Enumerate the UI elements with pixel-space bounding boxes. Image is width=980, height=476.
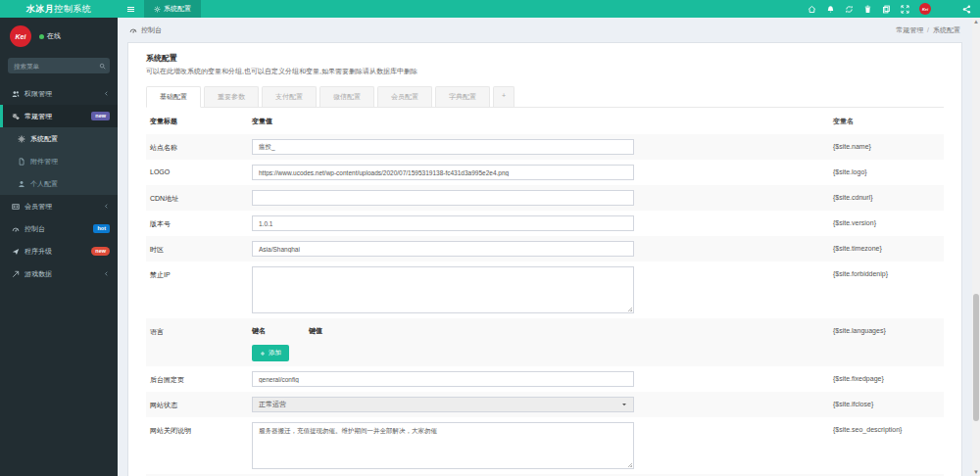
refresh-icon[interactable] bbox=[845, 5, 854, 14]
menu-toggle-icon[interactable] bbox=[126, 5, 135, 14]
cogs-icon bbox=[12, 113, 20, 120]
caret-down-icon bbox=[621, 402, 627, 407]
breadcrumb-home[interactable]: 控制台 bbox=[129, 25, 162, 35]
dashboard-icon bbox=[129, 26, 137, 34]
scroll-down-arrow[interactable]: ▼ bbox=[972, 468, 980, 476]
field-label: 站点名称 bbox=[146, 139, 252, 153]
scrollbar-thumb[interactable] bbox=[973, 294, 979, 421]
variable-name: {$site.cdnurl} bbox=[833, 190, 872, 201]
sidebar-item-console[interactable]: 控制台 hot bbox=[0, 217, 118, 240]
topbar-icons: Kei bbox=[803, 0, 976, 18]
main-content: 控制台 常规管理 / 系统配置 系统配置 可以在此增改系统的变量和分组,也可以自… bbox=[118, 18, 972, 476]
field-label: 禁止IP bbox=[146, 266, 252, 280]
table-row-version: 版本号 {$site.version} bbox=[146, 211, 944, 236]
input-version[interactable] bbox=[252, 215, 634, 231]
sidebar-item-attachment[interactable]: 附件管理 bbox=[0, 150, 118, 172]
variable-name: {$site.ifclose} bbox=[833, 397, 873, 407]
config-table: 站点名称 {$site.name}LOGO {$site.logo}CDN地址 … bbox=[146, 134, 944, 476]
page-description: 可以在此增改系统的变量和分组,也可以自定义分组和变量,如果需要删除请从数据库中删… bbox=[146, 67, 944, 76]
variable-name: {$site.seo_description} bbox=[833, 422, 902, 433]
scroll-up-arrow[interactable]: ▲ bbox=[972, 18, 980, 25]
textarea-seo_description[interactable] bbox=[252, 422, 634, 469]
table-row-forbiddenip: 禁止IP {$site.forbiddenip} bbox=[146, 262, 944, 318]
new-badge: new bbox=[91, 247, 110, 256]
page-scrollbar[interactable]: ▲ ▼ bbox=[972, 18, 980, 476]
breadcrumb-trail: 常规管理 / 系统配置 bbox=[896, 25, 960, 35]
table-row-name: 站点名称 {$site.name} bbox=[146, 134, 944, 160]
tab-3[interactable]: 微信配置 bbox=[319, 86, 374, 107]
textarea-forbiddenip[interactable] bbox=[252, 266, 634, 313]
variable-name: {$site.languages} bbox=[833, 323, 886, 334]
tab-add[interactable]: + bbox=[493, 86, 514, 107]
sidebar-item-label: 游戏数据 bbox=[24, 269, 98, 279]
chevron-left-icon bbox=[103, 270, 110, 277]
table-header: 变量标题 变量值 变量名 bbox=[146, 108, 944, 134]
tab-4[interactable]: 会员配置 bbox=[377, 86, 432, 107]
sidebar-item-upgrade[interactable]: 程序升级 new bbox=[0, 240, 118, 262]
sidebar-item-auth[interactable]: 权限管理 bbox=[0, 82, 118, 105]
config-tabs: 基础配置重要参数支付配置微信配置会员配置字典配置+ bbox=[146, 86, 944, 108]
sidebar-item-general[interactable]: 常规管理 new bbox=[0, 105, 118, 127]
sidebar-item-label: 程序升级 bbox=[24, 247, 86, 257]
breadcrumb-parent[interactable]: 常规管理 bbox=[896, 26, 923, 33]
home-icon[interactable] bbox=[808, 5, 816, 14]
gear-icon bbox=[18, 135, 25, 143]
search-icon bbox=[99, 63, 106, 70]
variable-name: {$site.version} bbox=[833, 215, 876, 226]
sidebar-item-members[interactable]: 会员管理 bbox=[0, 195, 118, 217]
field-label: CDN地址 bbox=[146, 190, 252, 204]
copy-icon[interactable] bbox=[882, 5, 891, 14]
chevron-left-icon bbox=[103, 90, 110, 97]
search-button[interactable] bbox=[94, 58, 110, 73]
input-timezone[interactable] bbox=[252, 241, 634, 257]
select-ifclose[interactable]: 正常运营 bbox=[252, 397, 634, 412]
share-icon[interactable] bbox=[962, 5, 971, 14]
tab-1[interactable]: 重要参数 bbox=[204, 86, 259, 107]
search-input[interactable] bbox=[8, 58, 94, 73]
input-cdnurl[interactable] bbox=[252, 190, 634, 206]
trash-icon[interactable] bbox=[863, 5, 872, 14]
input-fixedpage[interactable] bbox=[252, 371, 634, 387]
header-variable-title: 变量标题 bbox=[146, 117, 252, 126]
hot-badge: hot bbox=[93, 224, 110, 233]
expand-icon[interactable] bbox=[901, 5, 909, 14]
sidebar-item-label: 会员管理 bbox=[24, 202, 98, 212]
variable-name: {$site.timezone} bbox=[833, 241, 882, 252]
users-icon bbox=[12, 90, 20, 98]
tab-5[interactable]: 字典配置 bbox=[435, 86, 490, 107]
input-name[interactable] bbox=[252, 139, 634, 155]
field-label: 后台固定页 bbox=[146, 371, 252, 385]
variable-name: {$site.logo} bbox=[833, 165, 867, 175]
chevron-left-icon bbox=[103, 203, 110, 210]
sidebar-item-personal[interactable]: 个人配置 bbox=[0, 172, 118, 195]
page-title: 系统配置 bbox=[146, 53, 944, 64]
tab-2[interactable]: 支付配置 bbox=[262, 86, 317, 107]
add-language-button[interactable]: 添加 bbox=[252, 345, 289, 361]
input-logo[interactable] bbox=[252, 165, 634, 180]
user-avatar[interactable]: Kei bbox=[919, 3, 931, 15]
header-variable-name: 变量名 bbox=[833, 117, 854, 126]
kv-value-header: 键值 bbox=[309, 326, 322, 336]
app-title-rest: 控制系统 bbox=[54, 4, 91, 14]
table-row-cdnurl: CDN地址 {$site.cdnurl} bbox=[146, 185, 944, 211]
tab-system-config[interactable]: 系统配置 bbox=[144, 0, 201, 18]
sidebar-item-system-config[interactable]: 系统配置 bbox=[0, 127, 118, 150]
field-label: LOGO bbox=[146, 165, 252, 175]
sidebar-item-label: 系统配置 bbox=[30, 134, 110, 144]
field-label: 版本号 bbox=[146, 215, 252, 229]
topbar-main: 系统配置 Kei bbox=[118, 0, 980, 18]
topbar: 水冰月控制系统 系统配置 Kei bbox=[0, 0, 980, 18]
table-row-fixedpage: 后台固定页 {$site.fixedpage} bbox=[146, 366, 944, 392]
send-icon bbox=[12, 248, 20, 256]
bell-icon[interactable] bbox=[826, 5, 835, 14]
tab-0[interactable]: 基础配置 bbox=[146, 86, 201, 108]
sidebar-item-gamedata[interactable]: 游戏数据 bbox=[0, 262, 118, 285]
variable-name: {$site.forbiddenip} bbox=[833, 266, 888, 277]
new-badge: new bbox=[91, 112, 110, 120]
sidebar-item-label: 控制台 bbox=[24, 224, 88, 234]
sidebar-item-label: 常规管理 bbox=[24, 112, 86, 121]
select-value: 正常运营 bbox=[259, 400, 286, 409]
breadcrumb: 控制台 常规管理 / 系统配置 bbox=[118, 18, 972, 42]
header-variable-value: 变量值 bbox=[252, 117, 634, 126]
field-label: 时区 bbox=[146, 241, 252, 255]
